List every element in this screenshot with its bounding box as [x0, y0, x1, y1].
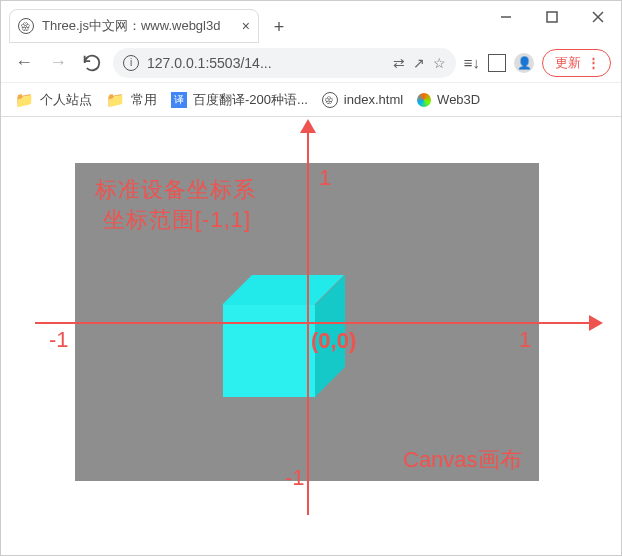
- origin-label: (0,0): [311, 328, 356, 354]
- diagram-subtitle: 坐标范围[-1,1]: [103, 205, 251, 235]
- y-plus-label: 1: [319, 165, 331, 191]
- baidu-translate-icon: 译: [171, 92, 187, 108]
- window-titlebar: 🏵 Three.js中文网：www.webgl3d × +: [1, 1, 621, 43]
- x-minus-label: -1: [49, 327, 69, 353]
- bookmark-item[interactable]: 📁 个人站点: [15, 91, 92, 109]
- extensions-icon[interactable]: [488, 54, 506, 72]
- web3d-icon: [417, 93, 431, 107]
- globe-icon: 🏵: [18, 18, 34, 34]
- bookmark-item[interactable]: 🏵 index.html: [322, 92, 403, 108]
- back-button[interactable]: ←: [11, 50, 37, 76]
- update-button[interactable]: 更新 ⋮: [542, 49, 611, 77]
- reading-list-icon[interactable]: ≡↓: [464, 54, 480, 71]
- url-text: 127.0.0.1:5503/14...: [147, 55, 385, 71]
- x-plus-label: 1: [519, 327, 531, 353]
- svg-rect-1: [547, 12, 557, 22]
- menu-dots-icon[interactable]: ⋮: [587, 55, 600, 70]
- x-axis-line: [35, 322, 589, 324]
- folder-icon: 📁: [15, 91, 34, 109]
- bookmark-item[interactable]: Web3D: [417, 92, 480, 107]
- window-controls: [483, 1, 621, 33]
- maximize-button[interactable]: [529, 1, 575, 33]
- browser-tab[interactable]: 🏵 Three.js中文网：www.webgl3d ×: [9, 9, 259, 43]
- bookmark-item[interactable]: 📁 常用: [106, 91, 157, 109]
- profile-avatar-icon[interactable]: 👤: [514, 53, 534, 73]
- forward-button[interactable]: →: [45, 50, 71, 76]
- canvas-label: Canvas画布: [403, 445, 522, 475]
- page-content: 标准设备坐标系 坐标范围[-1,1] (0,0) 1 -1 1 -1 Canva…: [1, 117, 621, 555]
- bookmark-label: 常用: [131, 91, 157, 109]
- site-info-icon[interactable]: i: [123, 55, 139, 71]
- update-label: 更新: [555, 54, 581, 72]
- translate-icon[interactable]: ⇄: [393, 55, 405, 71]
- bookmark-star-icon[interactable]: ☆: [433, 55, 446, 71]
- new-tab-button[interactable]: +: [265, 13, 293, 41]
- bookmark-label: index.html: [344, 92, 403, 107]
- close-tab-button[interactable]: ×: [242, 18, 250, 34]
- reload-button[interactable]: [79, 50, 105, 76]
- x-axis-arrow-icon: [589, 315, 603, 331]
- close-window-button[interactable]: [575, 1, 621, 33]
- globe-icon: 🏵: [322, 92, 338, 108]
- bookmark-item[interactable]: 译 百度翻译-200种语...: [171, 91, 308, 109]
- y-minus-label: -1: [285, 465, 305, 491]
- tab-title: Three.js中文网：www.webgl3d: [42, 17, 234, 35]
- folder-icon: 📁: [106, 91, 125, 109]
- diagram-title: 标准设备坐标系: [95, 175, 256, 205]
- bookmark-label: 百度翻译-200种语...: [193, 91, 308, 109]
- bookmark-bar: 📁 个人站点 📁 常用 译 百度翻译-200种语... 🏵 index.html…: [1, 83, 621, 117]
- y-axis-arrow-icon: [300, 119, 316, 133]
- address-bar: ← → i 127.0.0.1:5503/14... ⇄ ↗ ☆ ≡↓ 👤 更新…: [1, 43, 621, 83]
- minimize-button[interactable]: [483, 1, 529, 33]
- url-box[interactable]: i 127.0.0.1:5503/14... ⇄ ↗ ☆: [113, 48, 456, 78]
- y-axis-line: [307, 131, 309, 515]
- bookmark-label: Web3D: [437, 92, 480, 107]
- share-icon[interactable]: ↗: [413, 55, 425, 71]
- bookmark-label: 个人站点: [40, 91, 92, 109]
